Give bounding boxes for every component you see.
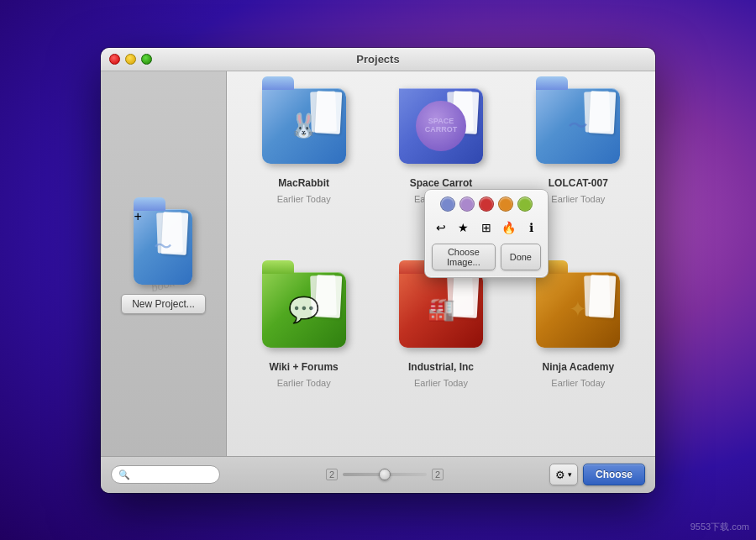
folder-inner: 〜 (140, 216, 186, 278)
project-name-ninja: Ninja Academy (543, 361, 615, 373)
right-controls: ⚙ ▾ Choose (549, 464, 645, 485)
main-content: 🐰 MacRabbit Earlier Today SPACECARROT (227, 71, 655, 456)
choose-image-button[interactable]: Choose Image... (432, 244, 496, 270)
projects-window: Projects design class write book word 〜 (101, 48, 655, 493)
project-icon-ninja: ✦ (536, 272, 620, 356)
slider-track[interactable] (343, 473, 427, 476)
folder-inner-lolcat: 〜 (543, 95, 613, 157)
factory-icon: 🏭 (428, 296, 454, 322)
branding-watermark: 9553下载.com (690, 521, 749, 533)
folder-inner-macrabbit: 🐰 (269, 95, 339, 157)
project-icon-space-carrot: SPACECARROT (399, 88, 483, 172)
folder-lolcat: 〜 (536, 88, 620, 164)
icon-cell-arrow[interactable]: ↩ (432, 218, 450, 237)
slider-thumb[interactable] (379, 469, 391, 480)
project-name-space-carrot: Space Carrot (410, 177, 473, 189)
folder-macrabbit: 🐰 (262, 88, 346, 164)
search-icon: 🔍 (118, 469, 130, 480)
icon-grid: ↩ ★ ⊞ 🔥 ℹ (432, 218, 541, 237)
gear-button[interactable]: ⚙ ▾ (549, 464, 578, 485)
sidebar: design class write book word 〜 + (101, 71, 227, 456)
project-item-macrabbit[interactable]: 🐰 MacRabbit Earlier Today (244, 88, 364, 255)
bottom-bar: 🔍 2 2 ⚙ ▾ Choose (101, 456, 655, 493)
project-icon-macrabbit: 🐰 (262, 88, 346, 172)
folder-ninja: ✦ (536, 272, 620, 348)
icon-cell-star[interactable]: ★ (454, 218, 473, 237)
project-name-lolcat: LOLCAT-007 (549, 177, 608, 189)
choose-button[interactable]: Choose (583, 464, 645, 485)
new-project-folder: 〜 + (134, 209, 192, 285)
icon-cell-grid[interactable]: ⊞ (477, 218, 496, 237)
chevron-down-icon: ▾ (568, 470, 572, 479)
window-body: design class write book word 〜 + (101, 71, 655, 456)
window-title: Projects (356, 53, 399, 66)
squiggle-lolcat-icon: 〜 (568, 113, 588, 139)
titlebar: Projects (101, 48, 655, 71)
folder-wiki: 💬 (262, 272, 346, 348)
project-name-macrabbit: MacRabbit (278, 177, 329, 189)
project-item-ninja[interactable]: ✦ Ninja Academy Earlier Today (518, 272, 638, 439)
color-dot-red[interactable] (479, 197, 494, 212)
gear-icon: ⚙ (555, 469, 565, 481)
project-icon-industrial: 🏭 (399, 272, 483, 356)
color-dot-blue[interactable] (440, 197, 455, 212)
folder-industrial: 🏭 (399, 272, 483, 348)
space-carrot-icon: SPACECARROT (416, 101, 466, 151)
new-project-button[interactable]: New Project... (121, 294, 206, 314)
project-name-wiki: Wiki + Forums (270, 361, 339, 373)
color-dot-purple[interactable] (459, 197, 475, 212)
minimize-button[interactable] (125, 54, 136, 65)
project-item-wiki[interactable]: 💬 Wiki + Forums Earlier Today (244, 272, 364, 439)
chat-icon: 💬 (288, 295, 319, 324)
popup-buttons: Choose Image... Done (432, 244, 541, 270)
project-item-industrial[interactable]: 🏭 Industrial, Inc Earlier Today (381, 272, 501, 439)
project-item-space-carrot[interactable]: SPACECARROT Space Carrot Earlier Today (381, 88, 501, 255)
maximize-button[interactable] (141, 54, 152, 65)
project-name-industrial: Industrial, Inc (408, 361, 474, 373)
folder-inner-wiki: 💬 (269, 279, 339, 341)
new-project-icon: 〜 + (134, 213, 192, 280)
ninja-icon: ✦ (569, 296, 587, 322)
icon-cell-info[interactable]: ℹ (522, 218, 540, 237)
project-date-wiki: Earlier Today (277, 378, 331, 388)
slider-min-label: 2 (326, 469, 338, 480)
close-button[interactable] (109, 54, 120, 65)
folder-inner-ninja: ✦ (543, 279, 613, 341)
traffic-lights (109, 54, 152, 65)
icon-picker-popup: ↩ ★ ⊞ 🔥 ℹ Choose Image... Done (424, 189, 549, 278)
project-date-macrabbit: Earlier Today (277, 194, 331, 204)
search-input[interactable] (134, 469, 209, 480)
project-date-lolcat: Earlier Today (551, 194, 605, 204)
color-dot-orange[interactable] (498, 197, 513, 212)
color-dots (432, 197, 541, 212)
search-box[interactable]: 🔍 (111, 465, 220, 484)
folder-inner-industrial: 🏭 (406, 279, 476, 341)
project-icon-wiki: 💬 (262, 272, 346, 356)
squiggle-sidebar-icon: 〜 (154, 234, 172, 260)
project-icon-lolcat: 〜 (536, 88, 620, 172)
done-button[interactable]: Done (501, 244, 541, 270)
sidebar-content: 〜 + New Project... (121, 213, 206, 314)
project-date-industrial: Earlier Today (414, 378, 468, 388)
folder-space-carrot: SPACECARROT (399, 88, 483, 164)
color-dot-green[interactable] (517, 197, 533, 212)
project-date-ninja: Earlier Today (551, 378, 605, 388)
rabbit-icon: 🐰 (289, 112, 318, 139)
icon-cell-fire[interactable]: 🔥 (499, 218, 517, 237)
folder-inner-space-carrot: SPACECARROT (406, 95, 476, 157)
slider-area: 2 2 (228, 469, 541, 480)
slider-max-label: 2 (432, 469, 444, 480)
